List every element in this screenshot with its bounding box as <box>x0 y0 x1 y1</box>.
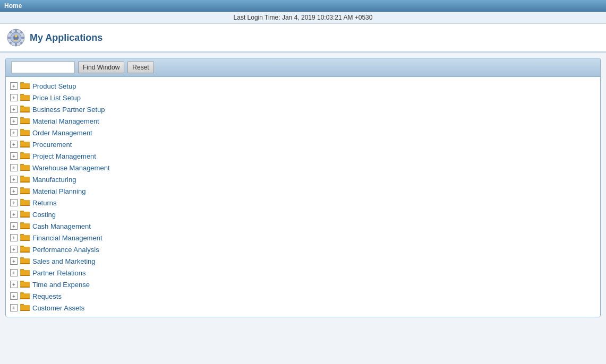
list-item[interactable]: +Time and Expense <box>6 279 600 290</box>
svg-point-11 <box>15 35 18 38</box>
expand-icon[interactable]: + <box>10 281 18 288</box>
expand-icon[interactable]: + <box>10 117 18 125</box>
svg-rect-56 <box>20 252 30 253</box>
list-item[interactable]: +Business Partner Setup <box>6 103 600 115</box>
expand-icon[interactable]: + <box>10 292 18 300</box>
expand-icon[interactable]: + <box>10 164 18 171</box>
tree-item-label: Requests <box>32 292 62 300</box>
top-navigation-bar: Home <box>0 0 606 12</box>
expand-icon[interactable]: + <box>10 269 18 276</box>
svg-rect-20 <box>20 111 30 112</box>
tree-item-label: Performance Analysis <box>32 246 99 254</box>
tree-item-label: Price List Setup <box>32 94 81 102</box>
svg-rect-47 <box>20 216 30 218</box>
list-item[interactable]: +Project Management <box>6 150 600 162</box>
main-content-panel: Find Window Reset +Product Setup+Price L… <box>5 58 601 317</box>
svg-rect-44 <box>20 205 30 206</box>
list-item[interactable]: +Customer Assets <box>6 302 600 314</box>
expand-icon[interactable]: + <box>10 211 18 218</box>
list-item[interactable]: +Procurement <box>6 138 600 150</box>
folder-icon <box>20 117 30 125</box>
svg-rect-2 <box>15 29 17 32</box>
list-item[interactable]: +Cash Management <box>6 220 600 232</box>
expand-icon[interactable]: + <box>10 152 18 160</box>
folder-icon <box>20 163 30 172</box>
list-item[interactable]: +Sales and Marketing <box>6 255 600 267</box>
svg-rect-59 <box>20 263 30 264</box>
list-item[interactable]: +Costing <box>6 209 600 220</box>
tree-item-label: Material Planning <box>32 187 86 195</box>
expand-icon[interactable]: + <box>10 106 18 113</box>
tree-item-label: Order Management <box>32 129 92 137</box>
tree-item-label: Time and Expense <box>32 281 90 289</box>
folder-icon <box>20 233 30 242</box>
svg-rect-68 <box>20 298 30 299</box>
folder-icon <box>20 257 30 265</box>
list-item[interactable]: +Requests <box>6 290 600 302</box>
login-time-text: Last Login Time: Jan 4, 2019 10:03:21 AM… <box>234 14 373 21</box>
expand-icon[interactable]: + <box>10 257 18 265</box>
login-time-bar: Last Login Time: Jan 4, 2019 10:03:21 AM… <box>0 12 606 24</box>
svg-rect-38 <box>20 181 30 183</box>
svg-rect-32 <box>20 158 30 159</box>
svg-rect-53 <box>20 240 30 241</box>
svg-rect-5 <box>21 37 24 39</box>
expand-icon[interactable]: + <box>10 94 18 101</box>
expand-icon[interactable]: + <box>10 141 18 148</box>
tree-item-label: Customer Assets <box>32 304 84 312</box>
reset-button[interactable]: Reset <box>127 62 153 73</box>
folder-icon <box>20 292 30 300</box>
list-item[interactable]: +Order Management <box>6 127 600 138</box>
applications-tree-list: +Product Setup+Price List Setup+Business… <box>6 77 600 317</box>
svg-rect-17 <box>20 100 30 101</box>
tree-item-label: Business Partner Setup <box>32 106 105 114</box>
tree-item-label: Partner Relations <box>32 269 86 277</box>
list-item[interactable]: +Partner Relations <box>6 267 600 279</box>
list-item[interactable]: +Performance Analysis <box>6 244 600 255</box>
list-item[interactable]: +Product Setup <box>6 80 600 92</box>
folder-icon <box>20 175 30 184</box>
folder-icon <box>20 245 30 254</box>
tree-item-label: Returns <box>32 199 57 207</box>
folder-icon <box>20 93 30 102</box>
page-title: My Applications <box>30 32 103 44</box>
expand-icon[interactable]: + <box>10 222 18 230</box>
search-input[interactable] <box>11 62 75 73</box>
folder-icon <box>20 105 30 114</box>
folder-icon <box>20 128 30 137</box>
expand-icon[interactable]: + <box>10 234 18 241</box>
find-window-button[interactable]: Find Window <box>78 62 124 73</box>
tree-item-label: Manufacturing <box>32 176 76 184</box>
expand-icon[interactable]: + <box>10 82 18 90</box>
expand-icon[interactable]: + <box>10 187 18 195</box>
expand-icon[interactable]: + <box>10 199 18 206</box>
folder-icon <box>20 210 30 219</box>
list-item[interactable]: +Material Planning <box>6 185 600 197</box>
list-item[interactable]: +Returns <box>6 197 600 209</box>
svg-rect-65 <box>20 287 30 288</box>
list-item[interactable]: +Warehouse Management <box>6 162 600 174</box>
svg-rect-62 <box>20 275 30 276</box>
folder-icon <box>20 187 30 195</box>
svg-rect-50 <box>20 228 30 229</box>
svg-rect-29 <box>20 146 30 148</box>
list-item[interactable]: +Material Management <box>6 115 600 127</box>
expand-icon[interactable]: + <box>10 304 18 311</box>
home-link[interactable]: Home <box>4 2 22 10</box>
tree-item-label: Procurement <box>32 141 72 149</box>
tree-item-label: Cash Management <box>32 222 91 230</box>
expand-icon[interactable]: + <box>10 246 18 253</box>
tree-item-label: Product Setup <box>32 82 76 90</box>
app-header: My Applications <box>0 24 606 53</box>
list-item[interactable]: +Financial Management <box>6 232 600 244</box>
tree-item-label: Costing <box>32 211 56 219</box>
list-item[interactable]: +Price List Setup <box>6 92 600 103</box>
tree-item-label: Sales and Marketing <box>32 257 96 265</box>
folder-icon <box>20 198 30 207</box>
expand-icon[interactable]: + <box>10 129 18 136</box>
expand-icon[interactable]: + <box>10 176 18 183</box>
svg-rect-26 <box>20 135 30 136</box>
applications-icon <box>6 28 25 47</box>
svg-rect-41 <box>20 193 30 194</box>
list-item[interactable]: +Manufacturing <box>6 174 600 185</box>
